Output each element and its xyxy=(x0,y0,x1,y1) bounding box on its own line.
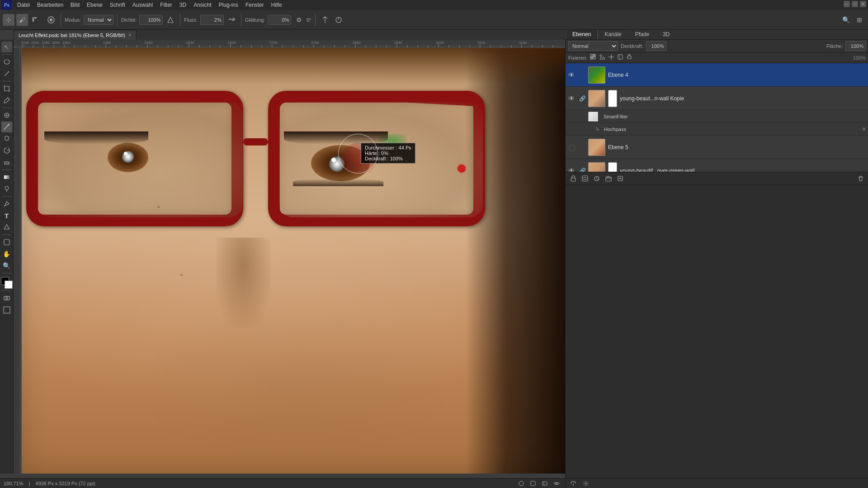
brush-tool[interactable] xyxy=(1,122,12,132)
window-controls: — □ ✕ xyxy=(844,1,866,7)
panel-link-bottom-icon[interactable] xyxy=(568,479,578,488)
sub-layer-smartfilter[interactable]: SmartFilter xyxy=(566,110,868,123)
layer-eye-ebene5[interactable]: ◯ xyxy=(568,144,576,151)
layer-add-new-btn[interactable] xyxy=(615,174,625,183)
svg-text:3180: 3180 xyxy=(519,41,527,45)
layer-row-ebene4[interactable]: 👁 Ebene 4 xyxy=(566,63,868,87)
svg-rect-25 xyxy=(4,307,10,313)
eraser-tool[interactable] xyxy=(1,157,12,168)
menu-bearbeiten[interactable]: Bearbeiten xyxy=(33,1,67,9)
gradient-tool[interactable] xyxy=(1,172,12,183)
path-select-tool[interactable] xyxy=(1,222,12,233)
svg-text:3020: 3020 xyxy=(436,41,444,45)
pressure-icon[interactable] xyxy=(333,14,344,26)
arrange-icon[interactable]: ⊞ xyxy=(854,14,865,26)
selection-move-tool[interactable]: ↖ xyxy=(1,42,12,52)
magic-wand-tool[interactable] xyxy=(1,68,12,79)
hochpass-menu-icon[interactable]: ≡ xyxy=(862,126,866,132)
fix-position-icon[interactable] xyxy=(608,54,614,61)
crop-tool[interactable] xyxy=(1,83,12,94)
tab-ebenen[interactable]: Ebenen xyxy=(566,29,598,39)
svg-rect-116 xyxy=(582,176,588,181)
hand-tool[interactable]: ✋ xyxy=(1,249,12,259)
menu-hilfe[interactable]: Hilfe xyxy=(268,1,286,9)
quick-mask-toggle[interactable] xyxy=(1,293,12,304)
fix-transparent-icon[interactable] xyxy=(590,54,596,61)
menu-plugins[interactable]: Plug-ins xyxy=(215,1,242,9)
fix-all-icon[interactable] xyxy=(626,54,632,61)
eyedropper-tool[interactable] xyxy=(1,95,12,106)
background-color[interactable] xyxy=(5,281,13,289)
menu-bild[interactable]: Bild xyxy=(67,1,83,9)
fix-artboard-icon[interactable] xyxy=(617,54,623,61)
pen-tool[interactable] xyxy=(1,198,12,209)
status-settings-icon[interactable] xyxy=(540,479,550,488)
hochpass-indent-icon: ↳ xyxy=(595,126,599,132)
layer-eye-ebene4[interactable]: 👁 xyxy=(568,71,576,79)
airbrush-icon[interactable] xyxy=(226,14,237,26)
menu-auswahl[interactable]: Auswahl xyxy=(129,1,156,9)
layer-add-mask-btn[interactable] xyxy=(580,174,590,183)
layer-eye-young-kopie[interactable]: 👁 xyxy=(568,95,576,102)
screen-mode-toggle[interactable] xyxy=(1,305,12,315)
tab-pfade[interactable]: Pfade xyxy=(628,29,656,39)
zoom-tool[interactable]: 🔍 xyxy=(1,260,12,271)
panel-settings-bottom-icon[interactable] xyxy=(581,479,591,488)
sub-layer-hochpass[interactable]: ↳ Hochpass ≡ xyxy=(566,123,868,136)
brush-tool-icon[interactable]: 🖌 xyxy=(16,14,28,26)
opacity-input[interactable] xyxy=(646,41,666,51)
symmetry-icon[interactable] xyxy=(319,14,331,26)
active-tab[interactable]: Leucht Effekt.psdc bei 181% (Ebene 5, RG… xyxy=(14,30,137,40)
menu-ebene[interactable]: Ebene xyxy=(83,1,106,9)
move-tool-icon[interactable]: ⊹ xyxy=(3,14,14,26)
fix-image-icon[interactable] xyxy=(599,54,605,61)
svg-point-5 xyxy=(233,18,235,20)
dodge-tool[interactable] xyxy=(1,183,12,194)
canvas-area[interactable]: Durchmesser : 44 Px Härte : 0% Deckkraft… xyxy=(22,48,565,474)
flaeche-input[interactable] xyxy=(845,41,866,51)
menu-filter[interactable]: Filter xyxy=(156,1,176,9)
glaettung-options-icon[interactable]: ⚙ xyxy=(293,14,305,26)
shape-tool[interactable] xyxy=(1,237,12,248)
layer-row-ebene5[interactable]: ◯ Ebene 5 xyxy=(566,136,868,159)
fluss-input[interactable] xyxy=(200,15,224,25)
status-eye-icon[interactable] xyxy=(552,479,561,488)
close-button[interactable]: ✕ xyxy=(860,1,866,7)
layer-row-young-kopie[interactable]: 👁 🔗 young-beaut...n-wall Kopie xyxy=(566,87,868,110)
layer-blend-mode-select[interactable]: Normal Auflösen Abdunkeln xyxy=(568,41,618,51)
brush-options-icon[interactable] xyxy=(45,14,57,26)
freckle-3 xyxy=(180,274,183,276)
menu-fenster[interactable]: Fenster xyxy=(242,1,268,9)
status-sep-1: | xyxy=(28,481,30,486)
layer-link-young-kopie[interactable]: 🔗 xyxy=(579,95,585,102)
menu-schrift[interactable]: Schrift xyxy=(106,1,129,9)
status-link-icon[interactable] xyxy=(516,479,526,488)
maximize-button[interactable]: □ xyxy=(852,1,858,7)
menu-3d[interactable]: 3D xyxy=(176,1,190,9)
minimize-button[interactable]: — xyxy=(844,1,850,7)
clone-stamp-tool[interactable] xyxy=(1,133,12,144)
glaettung-input[interactable] xyxy=(268,15,291,25)
tab-3d[interactable]: 3D xyxy=(656,29,676,39)
panel-status-bar xyxy=(566,478,868,488)
tab-close-button[interactable]: ✕ xyxy=(128,33,132,38)
svg-point-8 xyxy=(4,60,9,64)
layer-delete-btn[interactable] xyxy=(856,174,866,183)
layer-link-btn[interactable] xyxy=(568,174,578,183)
history-brush-tool[interactable] xyxy=(1,145,12,156)
tab-kanaele[interactable]: Kanäle xyxy=(598,29,628,39)
tool-presets-icon[interactable] xyxy=(30,14,43,26)
spot-heal-tool[interactable] xyxy=(1,110,12,121)
dichte-icon[interactable] xyxy=(165,14,176,26)
menu-ansicht[interactable]: Ansicht xyxy=(190,1,215,9)
status-mask-icon[interactable] xyxy=(528,479,538,488)
layer-add-group-btn[interactable] xyxy=(604,174,613,183)
layer-add-adjustment-btn[interactable] xyxy=(592,174,602,183)
menu-datei[interactable]: Datei xyxy=(14,1,33,9)
lasso-tool[interactable] xyxy=(1,56,12,67)
mode-select[interactable]: Normal xyxy=(84,15,113,25)
search-top-icon[interactable]: 🔍 xyxy=(840,14,852,26)
right-eye-highlight xyxy=(331,158,336,162)
dichte-input[interactable] xyxy=(139,15,163,25)
text-tool[interactable]: T xyxy=(1,210,12,221)
